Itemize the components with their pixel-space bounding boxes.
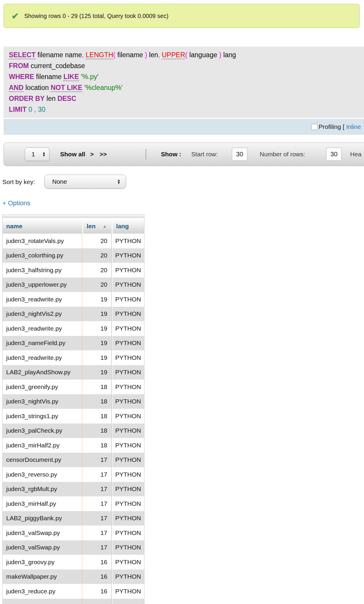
profiling-checkbox[interactable] [311,124,317,130]
sql-code: SELECT filename name, LENGTH( filename )… [9,50,364,115]
options-toggle-link[interactable]: + Options [2,199,30,207]
sql-line: WHERE filename LIKE '%.py' [9,71,364,82]
sql-keyword-doc-link[interactable]: NOT LIKE [51,84,82,92]
table-row: juden3_nightVis2.py19PYTHON [3,307,144,321]
cell-name: juden3_palCheck.py [3,424,82,438]
cell-lang: PYTHON [112,336,144,351]
cell-len: 18 [82,409,112,424]
table-row: juden3_readwrite.py19PYTHON [3,350,144,365]
cell-lang: PYTHON [112,584,144,599]
cell-name: juden3_rotateVals.py [3,234,82,248]
last-page-button[interactable]: >> [100,151,107,158]
sql-query-box: SELECT filename name, LENGTH( filename )… [4,47,364,118]
page-number-value: 1 [32,151,35,158]
sql-token: len [147,51,158,59]
inline-edit-link[interactable]: Inline [346,123,361,130]
sql-line: SELECT filename name, LENGTH( filename )… [9,50,364,60]
cell-lang: PYTHON [112,394,144,409]
table-row: juden3_colorthing.py20PYTHON [3,248,144,263]
headers-every-label-clipped: Hea [350,151,362,158]
next-page-button[interactable]: > [90,151,94,158]
sql-token: filename [34,73,64,81]
select-stepper-icon: ▲▼ [117,179,121,184]
cell-lang: PYTHON [112,540,144,555]
results-table-container: namelen▲lang juden3_rotateVals.py20PYTHO… [2,214,144,604]
table-row: juden3_groovy.py16PYTHON [3,555,144,569]
table-top-strip [3,215,144,219]
phpmyadmin-results-page: { "colors": { "success_bg": "#E9F2A5", "… [0,0,364,604]
sql-token: 30 [38,106,45,113]
page-number-select[interactable]: 1 ▲▼ [25,147,50,161]
cell-lang: PYTHON [112,424,144,438]
results-table-head: namelen▲lang [3,215,144,234]
cell-lang: PYTHON [112,380,144,394]
cell-name: makeWallpaper.py [3,569,82,584]
cell-len: 16 [82,584,112,599]
sort-by-key-value: None [52,178,67,185]
cell-name: juden3_colorthing.py [3,248,82,263]
table-row: juden3_nameField.py19PYTHON [3,336,144,351]
cell-lang: PYTHON [112,496,144,511]
sort-asc-icon: ▲ [103,224,107,229]
show-label: Show : [161,151,181,158]
number-of-rows-input[interactable] [326,148,342,161]
table-row: juden3_valSwap.py17PYTHON [3,526,144,540]
cell-lang: PYTHON [112,482,144,497]
cell-name: juden3_reduce.py [3,584,82,599]
cell-name: juden3_nightVis2.py [3,307,82,321]
cell-len: 16 [82,569,112,584]
cell-lang [112,599,144,604]
cell-name: juden3_mirHalf.py [3,496,82,511]
table-row: juden3_rgbMult.py17PYTHON [3,482,144,497]
cell-name: juden3_greenify.py [3,380,82,394]
sql-keyword-doc-link[interactable]: SELECT [9,51,36,59]
table-row: LAB2_playAndShow.py19PYTHON [3,365,144,380]
table-row: juden3_reverso.py17PYTHON [3,467,144,482]
cell-len [82,599,112,604]
table-row: juden3_strings1.py18PYTHON [3,409,144,424]
cell-len: 19 [82,365,112,380]
profiling-toolbar: Profiling [ Inline [4,119,364,135]
sort-by-key-label: Sort by key: [2,178,35,186]
cell-name: juden3_readwrite.py [3,292,82,307]
sql-line: FROM current_codebase [9,60,364,71]
sort-by-key-select[interactable]: None ▲▼ [44,175,126,189]
sql-keyword-doc-link[interactable]: LIKE [63,73,79,81]
start-row-input[interactable] [232,148,247,161]
cell-len: 20 [82,278,112,292]
results-table-body: juden3_rotateVals.py20PYTHONjuden3_color… [3,234,144,604]
cell-len: 17 [82,540,112,555]
cell-lang: PYTHON [112,365,144,380]
profiling-label[interactable]: Profiling [319,123,341,130]
cell-lang: PYTHON [112,467,144,482]
cell-name: juden3_strings1.py [3,409,82,424]
sql-token: language [187,51,219,59]
cell-len: 17 [82,511,112,526]
table-row: juden3_valSwap.py17PYTHON [3,540,144,555]
pagination-bar: 1 ▲▼ Show all > >> Show : Start row: Num… [4,142,364,166]
sql-token: LIMIT [9,106,27,113]
sql-keyword-doc-link[interactable]: UPPER [162,51,185,59]
column-header-len[interactable]: len▲ [82,219,112,234]
column-header-name[interactable]: name [3,219,82,234]
table-row: juden3_halfstring.py20PYTHON [3,263,144,278]
sql-line: AND location NOT LIKE '%cleanup%' [9,82,364,93]
column-header-label: lang [116,223,129,229]
cell-len: 17 [82,482,112,497]
results-table: namelen▲lang juden3_rotateVals.py20PYTHO… [2,214,144,604]
sql-token [84,51,85,59]
sql-keyword-doc-link[interactable]: LENGTH [86,51,113,59]
cell-lang: PYTHON [112,234,144,248]
table-row: juden3_nightVis.py18PYTHON [3,394,144,409]
success-check-icon: ✔ [11,11,19,21]
cell-len: 19 [82,350,112,365]
sql-keyword-doc-link[interactable]: AND [9,84,24,92]
show-all-button[interactable]: Show all [60,151,85,158]
column-header-lang[interactable]: lang [112,219,144,234]
sql-token: filename [116,51,145,59]
cell-lang: PYTHON [112,511,144,526]
cell-name: juden3_mirHalf2.py [3,438,82,453]
cell-name: juden3_readwrite.py [3,350,82,365]
cell-lang: PYTHON [112,278,144,292]
cell-len: 19 [82,292,112,307]
